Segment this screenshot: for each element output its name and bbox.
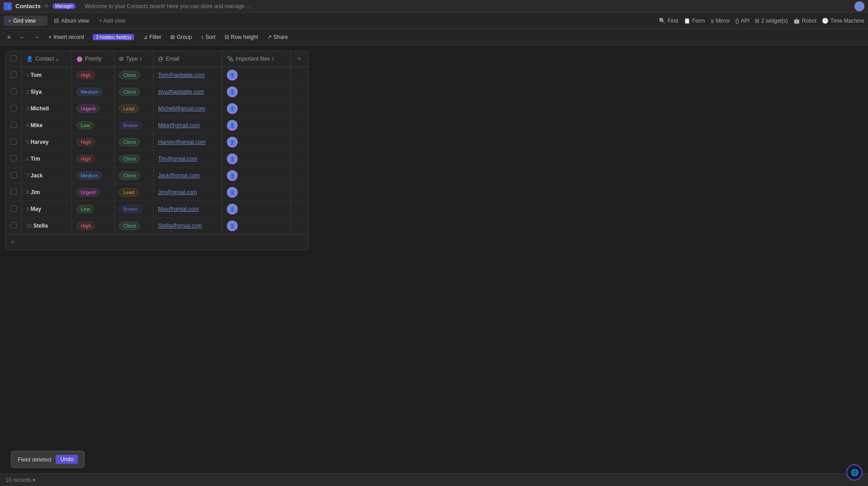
- row-email[interactable]: Jim@gmial.com: [153, 184, 222, 201]
- row-number: 7: [26, 173, 29, 178]
- email-link[interactable]: Harvey@gmial.com: [158, 139, 206, 145]
- col-files-label: Important files: [236, 56, 270, 62]
- row-checkbox[interactable]: [10, 205, 17, 212]
- sort-button[interactable]: ↕ Sort: [197, 32, 219, 42]
- row-email[interactable]: siya@apitable.com: [153, 84, 222, 100]
- col-type[interactable]: ⊞ Type ℹ: [115, 51, 153, 67]
- table-row[interactable]: 5 Harvey High Client Harvey@gmial.com 👤: [6, 134, 308, 151]
- email-link[interactable]: Michell@gmail.com: [158, 105, 205, 112]
- email-link[interactable]: Stella@gmial.com: [158, 223, 202, 229]
- table-row[interactable]: 3 Michell Urgent Lead Michell@gmail.com …: [6, 100, 308, 117]
- priority-badge: Medium: [77, 88, 102, 96]
- row-checkbox[interactable]: [10, 88, 17, 95]
- table-row[interactable]: 6 Tim High Client Tim@gmial.com 👤: [6, 151, 308, 167]
- row-priority: Low: [72, 117, 115, 134]
- col-email[interactable]: @ Email: [153, 51, 222, 67]
- star-icon[interactable]: ☆: [44, 3, 49, 9]
- type-info-icon[interactable]: ℹ: [140, 56, 142, 62]
- row-checkbox[interactable]: [10, 155, 17, 162]
- table-row[interactable]: 4 Mike Low Broker Mike@gmail.com 👤: [6, 117, 308, 134]
- table-row[interactable]: 8 Jim Urgent Lead Jim@gmial.com 👤: [6, 184, 308, 201]
- row-checkbox[interactable]: [10, 122, 17, 128]
- row-checkbox-cell[interactable]: [6, 218, 22, 234]
- share-button[interactable]: ↗ Share: [264, 32, 292, 42]
- robot-button[interactable]: 🤖 Robot: [793, 18, 816, 24]
- find-button[interactable]: 🔍 Find: [659, 18, 678, 24]
- tab-album-view[interactable]: ⊟ Album view: [49, 15, 93, 26]
- email-link[interactable]: May@gmial.com: [158, 206, 199, 212]
- table-row[interactable]: 1 Tom High Client Tom@apitable.com 👤: [6, 67, 308, 84]
- email-link[interactable]: Jim@gmial.com: [158, 189, 197, 195]
- back-button[interactable]: ←: [16, 32, 29, 42]
- row-email[interactable]: Stella@gmial.com: [153, 218, 222, 234]
- row-priority: Urgent: [72, 100, 115, 117]
- row-checkbox-cell[interactable]: [6, 167, 22, 184]
- email-link[interactable]: Tom@apitable.com: [158, 72, 205, 78]
- tab-grid-view[interactable]: Gird view ⋯: [4, 16, 48, 26]
- table-row[interactable]: 2 Siya Medium Client siya@apitable.com 👤: [6, 84, 308, 100]
- row-email[interactable]: Tom@apitable.com: [153, 67, 222, 84]
- email-link[interactable]: Mike@gmail.com: [158, 122, 200, 129]
- row-checkbox[interactable]: [10, 71, 17, 78]
- mirror-button[interactable]: ⧖ Mirror: [710, 18, 730, 24]
- field-deleted-toast: Field deleted Undo: [11, 451, 85, 468]
- add-row-button[interactable]: +: [6, 234, 308, 250]
- row-email[interactable]: Mike@gmail.com: [153, 117, 222, 134]
- grid-view-menu-icon[interactable]: ⋯: [38, 18, 43, 24]
- table-row[interactable]: 9 May Low Broker May@gmial.com 👤: [6, 201, 308, 218]
- forward-button[interactable]: →: [30, 32, 43, 42]
- hidden-fields-button[interactable]: 3 hidden field(s): [89, 32, 137, 42]
- row-email[interactable]: May@gmial.com: [153, 201, 222, 218]
- row-checkbox-cell[interactable]: [6, 117, 22, 134]
- user-avatar[interactable]: 🌐: [854, 1, 864, 11]
- insert-record-button[interactable]: + Insert record: [45, 32, 87, 42]
- group-button[interactable]: ⊞ Group: [167, 32, 195, 42]
- row-checkbox-cell[interactable]: [6, 84, 22, 100]
- col-important-files[interactable]: 📎 Important files ℹ: [222, 51, 290, 67]
- undo-button[interactable]: Undo: [56, 455, 78, 464]
- row-checkbox[interactable]: [10, 138, 17, 145]
- row-checkbox-cell[interactable]: [6, 184, 22, 201]
- row-checkbox-cell[interactable]: [6, 100, 22, 117]
- email-link[interactable]: Jack@gmial.com: [158, 172, 200, 179]
- col-contact[interactable]: 👤 Contact ▴: [22, 51, 72, 67]
- email-link[interactable]: Tim@gmial.com: [158, 156, 197, 162]
- time-machine-button[interactable]: 🕐 Time Machine: [822, 18, 864, 24]
- row-email[interactable]: Jack@gmial.com: [153, 167, 222, 184]
- row-checkbox-cell[interactable]: [6, 67, 22, 84]
- row-checkbox[interactable]: [10, 189, 17, 195]
- row-email[interactable]: Harvey@gmial.com: [153, 134, 222, 151]
- row-number: 1: [26, 72, 29, 78]
- contact-name: Mike: [30, 122, 43, 129]
- col-priority[interactable]: ⬤ Priority: [72, 51, 115, 67]
- form-button[interactable]: 📋 Form: [684, 18, 705, 24]
- table-row[interactable]: 7 Jack Medium Client Jack@gmial.com 👤: [6, 167, 308, 184]
- row-email[interactable]: Michell@gmail.com: [153, 100, 222, 117]
- row-email[interactable]: Tim@gmial.com: [153, 151, 222, 167]
- email-link[interactable]: siya@apitable.com: [158, 89, 204, 95]
- row-checkbox-cell[interactable]: [6, 134, 22, 151]
- add-column-button[interactable]: +: [290, 51, 308, 67]
- files-info-icon[interactable]: ℹ: [272, 56, 274, 62]
- row-checkbox[interactable]: [10, 172, 17, 178]
- select-all-checkbox[interactable]: [10, 55, 17, 62]
- board-title: Contacts: [15, 3, 41, 10]
- row-checkbox-cell[interactable]: [6, 151, 22, 167]
- row-checkbox-cell[interactable]: [6, 201, 22, 218]
- chevron-down-icon[interactable]: ▾: [33, 477, 35, 483]
- row-extra: [290, 100, 308, 117]
- api-button[interactable]: {} API: [735, 18, 749, 24]
- filter-button[interactable]: ⊿ Filter: [139, 32, 165, 42]
- table-row[interactable]: 10 Stella High Client Stella@gmial.com 👤: [6, 218, 308, 234]
- add-view-button[interactable]: + Add view: [95, 16, 129, 26]
- row-checkbox[interactable]: [10, 222, 17, 229]
- row-checkbox[interactable]: [10, 105, 17, 111]
- row-height-button[interactable]: ⊟ Row height: [221, 32, 262, 42]
- widgets-button[interactable]: ⊞ 2 widget(s): [755, 18, 788, 24]
- contact-name: Harvey: [30, 139, 48, 145]
- contact-sort-arrow: ▴: [56, 57, 58, 62]
- row-number: 5: [26, 139, 29, 145]
- priority-badge: High: [77, 138, 95, 146]
- hamburger-button[interactable]: ≡: [4, 32, 14, 42]
- select-all-cell[interactable]: [6, 51, 22, 67]
